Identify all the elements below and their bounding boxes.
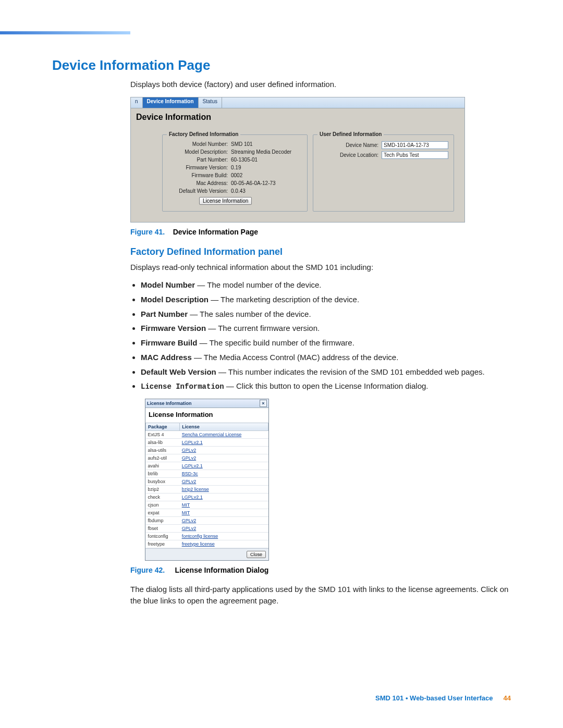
tab-device-information[interactable]: Device Information xyxy=(143,97,199,108)
row-model-number: Model Number:SMD 101 xyxy=(168,141,302,147)
page-accent-bar xyxy=(0,31,130,34)
cell-package: avahi xyxy=(146,462,180,470)
col-license: License xyxy=(180,423,268,430)
cell-license: LGPLv2.1 xyxy=(180,438,268,446)
cell-package: check xyxy=(146,493,180,501)
dialog-heading: License Information xyxy=(145,408,268,423)
license-link[interactable]: Sencha Commercial License xyxy=(182,432,242,437)
device-location-input[interactable] xyxy=(382,151,448,159)
cell-package: fontconfig xyxy=(146,532,180,540)
license-link[interactable]: LGPLv2.1 xyxy=(182,463,203,468)
table-row: bzip2bzip2 license xyxy=(146,485,268,493)
intro-text: Displays both device (factory) and user … xyxy=(130,79,511,91)
table-row: busyboxGPLv2 xyxy=(146,477,268,485)
table-row: alsa-libLGPLv2.1 xyxy=(146,438,268,446)
license-information-dialog: License Information × License Informatio… xyxy=(145,399,269,561)
cell-package: fbset xyxy=(146,524,180,532)
desc-firmware-version: Firmware Version — The current firmware … xyxy=(141,323,511,334)
license-link[interactable]: BSD-3c xyxy=(182,471,198,476)
cell-license: GPLv2 xyxy=(180,446,268,454)
cell-license: GPLv2 xyxy=(180,524,268,532)
table-row: fbsetGPLv2 xyxy=(146,524,268,532)
cell-license: LGPLv2.1 xyxy=(180,462,268,470)
cell-license: GPLv2 xyxy=(180,516,268,524)
dialog-description: The dialog lists all third-party applica… xyxy=(130,584,511,607)
desc-license-information: License Information — Click this button … xyxy=(141,380,511,392)
cell-package: freetype xyxy=(146,540,180,548)
cell-package: busybox xyxy=(146,477,180,485)
table-row: cjsonMIT xyxy=(146,501,268,509)
license-link[interactable]: LGPLv2.1 xyxy=(182,440,203,445)
license-link[interactable]: GPLv2 xyxy=(182,526,197,531)
user-legend: User Defined Information xyxy=(317,131,384,137)
row-model-description: Model Description:Streaming Media Decode… xyxy=(168,149,302,155)
license-link[interactable]: GPLv2 xyxy=(182,448,197,453)
tab-stub[interactable]: n xyxy=(131,97,143,108)
page-title: Device Information Page xyxy=(52,57,511,73)
cell-package: alsa-lib xyxy=(146,438,180,446)
cell-package: bzip2 xyxy=(146,485,180,493)
table-row: btrlibBSD-3c xyxy=(146,470,268,477)
table-row: freetypefreetype license xyxy=(146,540,268,548)
cell-license: fontconfig license xyxy=(180,532,268,540)
desc-model-number: Model Number — The model number of the d… xyxy=(141,279,511,291)
description-list: Model Number — The model number of the d… xyxy=(141,279,511,392)
table-row: alsa-utilsGPLv2 xyxy=(146,446,268,454)
factory-legend: Factory Defined Information xyxy=(167,131,240,137)
license-link[interactable]: GPLv2 xyxy=(182,518,197,523)
cell-license: GPLv2 xyxy=(180,477,268,485)
cell-license: MIT xyxy=(180,501,268,509)
panel-title: Device Information xyxy=(131,108,464,134)
desc-model-description: Model Description — The marketing descri… xyxy=(141,294,511,305)
factory-defined-fieldset: Factory Defined Information Model Number… xyxy=(162,134,308,212)
table-row: fbdumpGPLv2 xyxy=(146,516,268,524)
table-row: aufs2-utilGPLv2 xyxy=(146,454,268,462)
license-link[interactable]: freetype license xyxy=(182,541,215,547)
page-footer: SMD 101 • Web-based User Interface44 xyxy=(375,694,511,702)
row-device-location: Device Location: xyxy=(319,151,448,159)
row-part-number: Part Number:60-1305-01 xyxy=(168,157,302,163)
license-link[interactable]: fontconfig license xyxy=(182,534,218,539)
license-link[interactable]: GPLv2 xyxy=(182,479,197,484)
license-information-button[interactable]: License Information xyxy=(199,197,252,205)
dialog-titlebar: License Information × xyxy=(145,399,268,408)
desc-default-web-version: Default Web Version — This number indica… xyxy=(141,366,511,378)
cell-license: GPLv2 xyxy=(180,454,268,462)
table-row: avahiLGPLv2.1 xyxy=(146,462,268,470)
license-link[interactable]: LGPLv2.1 xyxy=(182,495,203,500)
license-link[interactable]: MIT xyxy=(182,510,190,515)
cell-package: ExtJS 4 xyxy=(146,430,180,438)
cell-package: aufs2-util xyxy=(146,454,180,462)
desc-part-number: Part Number — The sales number of the de… xyxy=(141,309,511,320)
cell-package: expat xyxy=(146,509,180,516)
row-device-name: Device Name: xyxy=(319,141,448,149)
table-row: checkLGPLv2.1 xyxy=(146,493,268,501)
close-icon[interactable]: × xyxy=(260,400,267,407)
desc-firmware-build: Firmware Build — The specific build numb… xyxy=(141,337,511,349)
cell-license: bzip2 license xyxy=(180,485,268,493)
table-row: expatMIT xyxy=(146,509,268,516)
device-name-input[interactable] xyxy=(382,141,448,149)
cell-package: fbdump xyxy=(146,516,180,524)
cell-license: Sencha Commercial License xyxy=(180,430,268,438)
dialog-title: License Information xyxy=(147,401,192,406)
license-link[interactable]: bzip2 license xyxy=(182,487,209,492)
col-package: Package xyxy=(146,423,180,430)
cell-package: cjson xyxy=(146,501,180,509)
table-row: ExtJS 4Sencha Commercial License xyxy=(146,430,268,438)
cell-license: MIT xyxy=(180,509,268,516)
cell-package: alsa-utils xyxy=(146,446,180,454)
row-mac-address: Mac Address:00-05-A6-0A-12-73 xyxy=(168,180,302,186)
subsection-title: Factory Defined Information panel xyxy=(130,246,511,257)
row-firmware-version: Firmware Version:0.19 xyxy=(168,165,302,170)
license-link[interactable]: GPLv2 xyxy=(182,455,197,461)
license-link[interactable]: MIT xyxy=(182,502,190,508)
cell-license: LGPLv2.1 xyxy=(180,493,268,501)
device-info-screenshot: n Device Information Status Device Infor… xyxy=(130,97,465,223)
tab-status[interactable]: Status xyxy=(199,97,222,108)
user-defined-fieldset: User Defined Information Device Name: De… xyxy=(313,134,454,212)
cell-license: BSD-3c xyxy=(180,470,268,477)
close-button[interactable]: Close xyxy=(247,551,266,558)
license-table: Package License ExtJS 4Sencha Commercial… xyxy=(145,423,268,548)
subsection-intro: Displays read-only technical information… xyxy=(130,262,511,274)
